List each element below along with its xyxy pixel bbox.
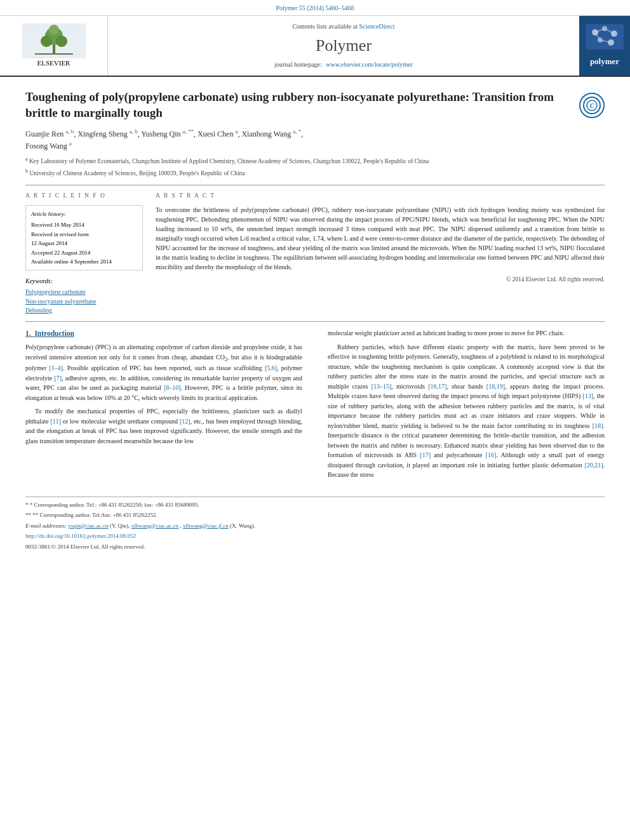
author-fosong: Fosong Wang a [25, 142, 72, 150]
received-date: Received 16 May 2014 [31, 220, 137, 229]
body-right-col: molecular weight plasticizer acted as lu… [321, 328, 605, 484]
para-3: molecular weight plasticizer acted as lu… [328, 328, 605, 338]
email-label: E-mail addresses: [25, 523, 67, 529]
elsevier-text: ELSEVIER [37, 58, 70, 68]
keywords-title: Keywords: [25, 277, 143, 286]
keyword-2[interactable]: Non-isocyanate polyurethane [25, 297, 143, 306]
received-revised-label: Received in revised form [31, 230, 137, 239]
section-number: 1. [25, 330, 33, 337]
para-1: Poly(propylene carbonate) (PPC) is an al… [25, 342, 302, 403]
keyword-1[interactable]: Polypropylene carbonate [25, 288, 143, 297]
homepage-line: journal homepage: www.elsevier.com/locat… [274, 60, 413, 69]
section-title-text: Introduction [34, 330, 74, 337]
footer-copyright: 0032-3861/© 2014 Elsevier Ltd. All right… [25, 543, 605, 551]
intro-text-left: Poly(propylene carbonate) (PPC) is an al… [25, 342, 302, 446]
journal-title: Polymer [316, 34, 372, 57]
intro-text-right: molecular weight plasticizer acted as lu… [328, 328, 605, 480]
homepage-text: journal homepage: [274, 61, 322, 68]
crossmark-badge[interactable]: C [579, 93, 605, 118]
email-xlhwang1[interactable]: xlhwang@ciac.ac.cn [131, 523, 179, 529]
polymer-logo-box: polymer [582, 21, 627, 70]
accepted-date: Accepted 22 August 2014 [31, 248, 137, 257]
author-xingfeng: Xingfeng Sheng a, b, [77, 130, 141, 138]
email-addresses: ysqin@ciac.ac.cn (Y. Qin), xlhwang@ciac.… [68, 523, 255, 529]
doi-link[interactable]: http://dx.doi.org/10.1016/j.polymer.2014… [25, 533, 136, 539]
email-ysqin[interactable]: ysqin@ciac.ac.cn [68, 523, 108, 529]
copyright-line: © 2014 Elsevier Ltd. All rights reserved… [156, 276, 605, 284]
author-yusheng: Yusheng Qin a, **, [141, 130, 198, 138]
affiliation-a: a Key Laboratory of Polymer Ecomaterials… [25, 156, 605, 166]
corr-star-2: ** [25, 512, 32, 518]
keywords-section: Keywords: Polypropylene carbonate Non-is… [25, 277, 143, 315]
svg-point-5 [49, 25, 59, 35]
journal-header-center: Contents lists available at ScienceDirec… [108, 16, 579, 76]
available-online: Available online 4 September 2014 [31, 257, 137, 266]
svg-rect-6 [35, 53, 73, 55]
two-col-layout: A R T I C L E I N F O Article history: R… [25, 192, 605, 315]
article-title: Toughening of poly(propylene carbonate) … [25, 90, 566, 121]
svg-text:C: C [590, 102, 594, 109]
elsevier-logo-image [22, 23, 86, 58]
crossmark-icon: C [586, 100, 598, 111]
author-xuesi: Xuesi Chen a, [198, 130, 241, 138]
elsevier-logo-section: ELSEVIER [0, 16, 108, 76]
page-wrapper: Polymer 55 (2014) 5460–5468 ELSEV [0, 0, 630, 563]
body-left-col: 1. Introduction Poly(propylene carbonate… [25, 328, 309, 484]
email-yq-person: (Y. Qin), [110, 523, 131, 529]
para-4: Rubbery particles, which have different … [328, 342, 605, 480]
footer-emails: E-mail addresses: ysqin@ciac.ac.cn (Y. Q… [25, 522, 605, 531]
email-xw-person: (X. Wang). [230, 523, 255, 529]
polymer-logo-image [582, 21, 627, 53]
section-divider-1 [25, 185, 605, 185]
polymer-logo-svg [582, 21, 627, 53]
crossmark-inner: C [583, 97, 601, 114]
polymer-logo-section: polymer [579, 16, 630, 76]
footer-corr-2: ** ** Corresponding author. Tel./fax: +8… [25, 511, 605, 520]
top-bar: Polymer 55 (2014) 5460–5468 [0, 0, 630, 16]
polymer-logo-text: polymer [582, 53, 627, 70]
right-column: A B S T R A C T To overcome the brittlen… [156, 192, 605, 315]
homepage-link[interactable]: www.elsevier.com/locate/polymer [326, 61, 413, 68]
contents-text: Contents lists available at [292, 23, 357, 30]
article-info-header: A R T I C L E I N F O [25, 192, 143, 200]
citation-text: Polymer 55 (2014) 5460–5468 [276, 4, 354, 11]
author-xianhong: Xianhong Wang a, *, [241, 130, 303, 138]
article-history-box: Article history: Received 16 May 2014 Re… [25, 205, 143, 270]
sciencedirect-link[interactable]: ScienceDirect [359, 23, 394, 30]
body-two-col: 1. Introduction Poly(propylene carbonate… [25, 328, 605, 484]
elsevier-logo: ELSEVIER [22, 23, 86, 68]
affiliation-b: b University of Chinese Academy of Scien… [25, 168, 605, 178]
authors-line: Guanjie Ren a, b, Xingfeng Sheng a, b, Y… [25, 128, 605, 152]
abstract-header: A B S T R A C T [156, 192, 605, 200]
page-footer: * * Corresponding author. Tel.: +86 431 … [25, 497, 605, 551]
abstract-text: To overcome the brittleness of poly(prop… [156, 205, 605, 272]
journal-header: ELSEVIER Contents lists available at Sci… [0, 16, 630, 77]
corr-star-1: * [25, 502, 30, 508]
revised-date: 12 August 2014 [31, 239, 137, 248]
article-content: Toughening of poly(propylene carbonate) … [0, 77, 630, 563]
email-xlhwang2[interactable]: xlhwang@ciac.jl.cn [183, 523, 229, 529]
svg-point-4 [56, 36, 67, 47]
svg-point-3 [41, 36, 52, 47]
corr-text-1: * Corresponding author. Tel.: +86 431 85… [30, 502, 199, 508]
keyword-3[interactable]: Debonding [25, 306, 143, 315]
footer-corr-1: * * Corresponding author. Tel.: +86 431 … [25, 501, 605, 510]
footer-doi: http://dx.doi.org/10.1016/j.polymer.2014… [25, 532, 605, 541]
history-title: Article history: [31, 210, 137, 218]
corr-text-2: ** Corresponding author. Tel./fax: +86 4… [32, 512, 158, 518]
sciencedirect-line: Contents lists available at ScienceDirec… [292, 22, 394, 31]
author-guanjie: Guanjie Ren a, b, [25, 130, 77, 138]
para-2: To modify the mechanical properties of P… [25, 406, 302, 446]
intro-section-title: 1. Introduction [25, 328, 302, 338]
left-column: A R T I C L E I N F O Article history: R… [25, 192, 143, 315]
title-section: Toughening of poly(propylene carbonate) … [25, 90, 605, 121]
section-divider-2 [25, 321, 605, 322]
